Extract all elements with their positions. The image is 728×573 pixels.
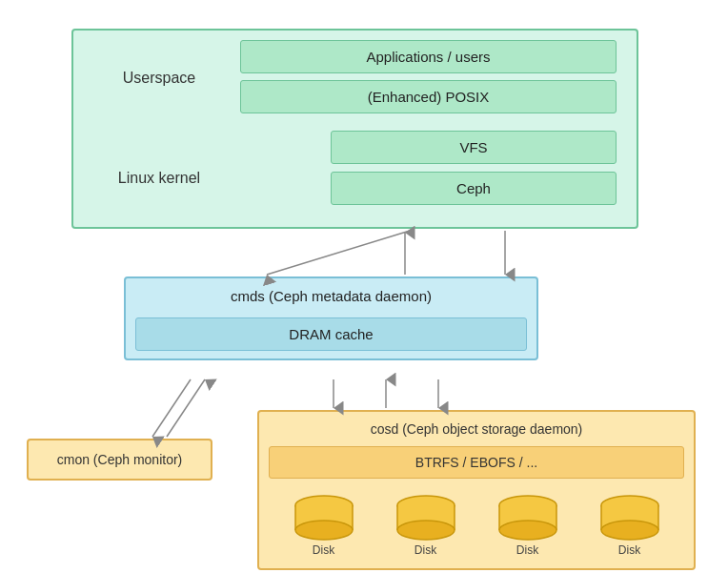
svg-line-22: [267, 231, 410, 275]
disk-4-label: Disk: [618, 543, 640, 557]
userspace-label: Userspace: [83, 40, 235, 116]
cmds-title: cmds (Ceph metadata daemon): [126, 278, 536, 314]
svg-point-2: [295, 521, 353, 540]
disks-row: Disk Disk: [259, 486, 694, 568]
apps-box: Applications / users: [240, 40, 617, 73]
dram-cache-box: DRAM cache: [135, 317, 527, 351]
ceph-box: Ceph: [331, 172, 617, 205]
vfs-box: VFS: [331, 131, 617, 164]
disk-1: Disk: [292, 494, 356, 557]
disk-3: Disk: [495, 494, 560, 557]
cosd-box: cosd (Ceph object storage daemon) BTRFS …: [257, 410, 696, 570]
linux-label: Linux kernel: [83, 135, 235, 221]
system-box: Userspace Applications / users (Enhanced…: [71, 29, 638, 229]
svg-line-26: [167, 379, 205, 437]
cosd-title: cosd (Ceph object storage daemon): [259, 412, 694, 446]
posix-box: (Enhanced) POSIX: [240, 80, 617, 113]
disk-4: Disk: [597, 494, 662, 557]
svg-point-17: [601, 521, 658, 540]
disk-2-label: Disk: [415, 543, 436, 557]
disk-1-label: Disk: [313, 543, 334, 557]
svg-line-25: [152, 379, 191, 437]
disk-2: Disk: [394, 494, 458, 557]
diagram-container: Userspace Applications / users (Enhanced…: [0, 0, 728, 573]
cmds-box: cmds (Ceph metadata daemon) DRAM cache: [124, 276, 538, 360]
svg-point-7: [397, 521, 455, 540]
btrfs-box: BTRFS / EBOFS / ...: [269, 446, 684, 479]
svg-point-12: [499, 521, 556, 540]
disk-3-label: Disk: [516, 543, 538, 557]
cmon-box: cmon (Ceph monitor): [27, 439, 212, 481]
